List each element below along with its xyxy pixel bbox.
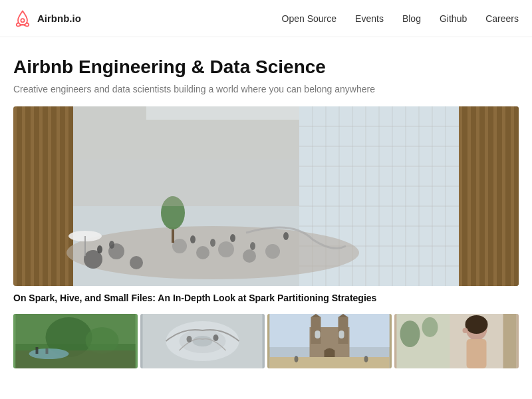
- svg-point-46: [243, 249, 256, 263]
- svg-rect-16: [505, 106, 511, 286]
- svg-rect-58: [73, 160, 299, 206]
- svg-point-88: [364, 356, 368, 362]
- nav-open-source[interactable]: Open Source: [282, 13, 337, 24]
- thumbnail-4[interactable]: [394, 314, 519, 368]
- svg-point-0: [21, 19, 24, 22]
- hero-section: Airbnb Engineering & Data Science Creati…: [0, 37, 532, 106]
- svg-rect-17: [514, 106, 519, 286]
- site-header: Airbnb.io Open Source Events Blog Github…: [0, 0, 532, 37]
- svg-point-51: [210, 239, 215, 247]
- svg-rect-93: [467, 339, 487, 368]
- thumb-3-image: [267, 314, 392, 368]
- svg-rect-8: [60, 106, 65, 286]
- svg-point-45: [218, 241, 234, 257]
- svg-rect-4: [25, 106, 31, 286]
- featured-caption: On Spark, Hive, and Small Files: An In-D…: [13, 293, 519, 303]
- svg-point-52: [230, 234, 235, 242]
- svg-point-43: [172, 239, 187, 253]
- svg-rect-97: [503, 314, 517, 368]
- svg-rect-82: [338, 317, 348, 344]
- thumbnail-1[interactable]: [13, 314, 138, 368]
- nav-github[interactable]: Github: [440, 13, 467, 24]
- svg-rect-86: [270, 357, 390, 368]
- thumb-1-image: [13, 314, 138, 368]
- featured-image: [13, 106, 519, 286]
- svg-rect-13: [479, 106, 485, 286]
- svg-point-50: [190, 235, 196, 243]
- svg-point-47: [265, 244, 280, 259]
- nav-events[interactable]: Events: [355, 13, 384, 24]
- svg-rect-59: [146, 106, 299, 120]
- svg-rect-6: [43, 106, 48, 286]
- logo-text: Airbnb.io: [37, 13, 81, 24]
- svg-point-94: [463, 328, 468, 333]
- svg-point-53: [250, 242, 255, 250]
- svg-point-65: [86, 327, 119, 354]
- svg-point-54: [283, 232, 289, 240]
- featured-article[interactable]: On Spark, Hive, and Small Files: An In-D…: [0, 106, 532, 303]
- svg-rect-85: [339, 331, 344, 338]
- thumb-4-image: [394, 314, 519, 368]
- svg-point-49: [109, 241, 114, 249]
- svg-rect-14: [488, 106, 493, 286]
- svg-rect-5: [34, 106, 39, 286]
- svg-rect-68: [36, 347, 39, 354]
- svg-rect-80: [311, 317, 321, 344]
- thumbnail-grid: [0, 314, 532, 368]
- svg-rect-11: [462, 106, 467, 286]
- svg-point-87: [295, 356, 299, 362]
- page-title: Airbnb Engineering & Data Science: [13, 56, 519, 78]
- page-subtitle: Creative engineers and data scientists b…: [13, 84, 519, 94]
- svg-rect-61: [84, 236, 86, 256]
- svg-point-95: [400, 321, 420, 347]
- svg-rect-56: [172, 229, 174, 243]
- svg-point-67: [29, 348, 69, 359]
- main-nav: Open Source Events Blog Github Careers: [282, 13, 519, 24]
- svg-point-96: [422, 317, 438, 337]
- airbnb-logo-icon: [13, 9, 32, 28]
- logo-area[interactable]: Airbnb.io: [13, 9, 81, 28]
- svg-rect-3: [17, 106, 22, 286]
- thumbnail-2[interactable]: [140, 314, 265, 368]
- svg-rect-76: [143, 314, 263, 368]
- svg-point-48: [97, 245, 102, 253]
- thumbnail-3[interactable]: [267, 314, 392, 368]
- nav-blog[interactable]: Blog: [402, 13, 421, 24]
- nav-careers[interactable]: Careers: [485, 13, 519, 24]
- svg-point-92: [466, 315, 488, 334]
- svg-rect-84: [315, 331, 321, 338]
- featured-image-svg: [13, 106, 519, 286]
- svg-rect-15: [497, 106, 502, 286]
- thumb-2-image: [140, 314, 265, 368]
- svg-point-42: [130, 256, 143, 269]
- svg-rect-69: [46, 348, 49, 354]
- svg-point-44: [196, 246, 209, 259]
- svg-rect-7: [51, 106, 57, 286]
- svg-rect-12: [471, 106, 476, 286]
